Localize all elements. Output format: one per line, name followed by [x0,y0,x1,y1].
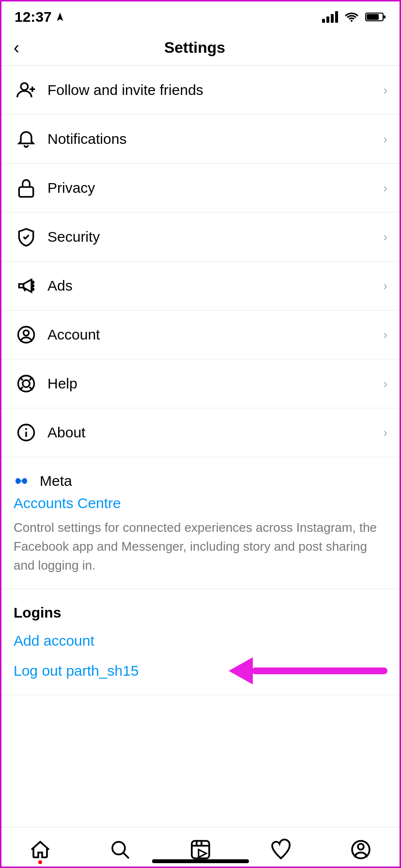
svg-rect-1 [383,16,386,18]
megaphone-icon [14,275,39,296]
lifebuoy-icon [14,373,39,394]
settings-item-about[interactable]: About › [0,408,401,457]
svg-point-8 [32,281,34,283]
lock-icon [14,177,39,199]
settings-item-ads[interactable]: Ads › [0,262,401,310]
home-indicator [152,859,249,863]
meta-brand-label: Meta [40,473,72,489]
home-icon [29,838,52,861]
battery-icon [365,11,386,23]
svg-point-14 [23,380,30,388]
shield-check-icon [14,226,39,248]
svg-line-16 [30,387,32,390]
chevron-icon: › [383,230,387,245]
svg-line-18 [20,387,23,390]
chevron-icon: › [383,83,387,98]
settings-item-follow-friends[interactable]: Follow and invite friends › [0,66,401,115]
svg-point-22 [112,842,125,854]
meta-logo-icon [14,474,35,488]
ads-label: Ads [47,278,379,294]
privacy-label: Privacy [47,180,379,196]
svg-line-15 [20,377,23,380]
svg-point-9 [32,285,34,287]
location-icon [55,12,65,22]
profile-icon [349,838,372,861]
heart-icon [269,838,293,861]
status-bar: 12:37 [0,0,401,30]
log-out-link[interactable]: Log out parth_sh15 [14,663,139,679]
log-out-row: Log out parth_sh15 [14,663,387,679]
notifications-label: Notifications [47,131,379,147]
settings-item-security[interactable]: Security › [0,213,401,262]
bell-icon [14,128,39,150]
svg-marker-28 [199,850,206,857]
follow-friends-label: Follow and invite friends [47,82,379,98]
meta-description: Control settings for connected experienc… [14,518,387,575]
accounts-centre-link[interactable]: Accounts Centre [14,495,387,512]
settings-list: Follow and invite friends › Notification… [0,66,401,457]
page-title: Settings [29,39,360,57]
arrow-head [229,657,253,684]
svg-rect-6 [19,187,33,197]
person-circle-icon [14,324,39,345]
svg-point-21 [26,429,27,430]
nav-search[interactable] [99,836,141,863]
meta-section: Meta Accounts Centre Control settings fo… [0,457,401,589]
security-label: Security [47,229,379,245]
arrow-annotation [229,657,387,684]
about-label: About [47,424,379,441]
nav-home[interactable] [19,836,62,863]
reels-icon [189,838,212,861]
arrow-shaft [252,667,387,674]
chevron-icon: › [383,279,387,294]
signal-icon [322,11,338,23]
chevron-icon: › [383,181,387,196]
search-icon [108,838,132,861]
svg-line-17 [30,377,32,380]
logins-title: Logins [14,604,387,621]
status-time: 12:37 [15,9,65,25]
svg-rect-2 [367,14,379,20]
settings-item-account[interactable]: Account › [0,310,401,359]
chevron-icon: › [383,376,387,391]
svg-point-10 [32,289,34,291]
nav-likes[interactable] [260,836,302,863]
status-icons [322,11,386,23]
nav-profile[interactable] [339,836,382,863]
svg-point-30 [358,844,364,850]
info-circle-icon [14,422,39,443]
home-notification-dot [38,860,42,864]
add-person-icon [14,79,39,101]
settings-item-privacy[interactable]: Privacy › [0,164,401,213]
back-button[interactable]: ‹ [14,39,19,57]
wifi-icon [344,11,359,23]
svg-rect-7 [19,284,23,287]
account-label: Account [47,326,379,343]
settings-item-help[interactable]: Help › [0,359,401,408]
chevron-icon: › [383,327,387,342]
svg-line-23 [123,853,129,858]
logins-section: Logins Add account Log out parth_sh15 [0,589,401,695]
chevron-icon: › [383,425,387,440]
svg-point-12 [24,330,29,336]
add-account-link[interactable]: Add account [14,633,387,649]
time-display: 12:37 [15,9,52,25]
help-label: Help [47,375,379,392]
settings-header: ‹ Settings [0,30,401,66]
chevron-icon: › [383,132,387,147]
svg-point-3 [21,83,28,90]
meta-logo-row: Meta [14,473,387,489]
settings-item-notifications[interactable]: Notifications › [0,115,401,164]
